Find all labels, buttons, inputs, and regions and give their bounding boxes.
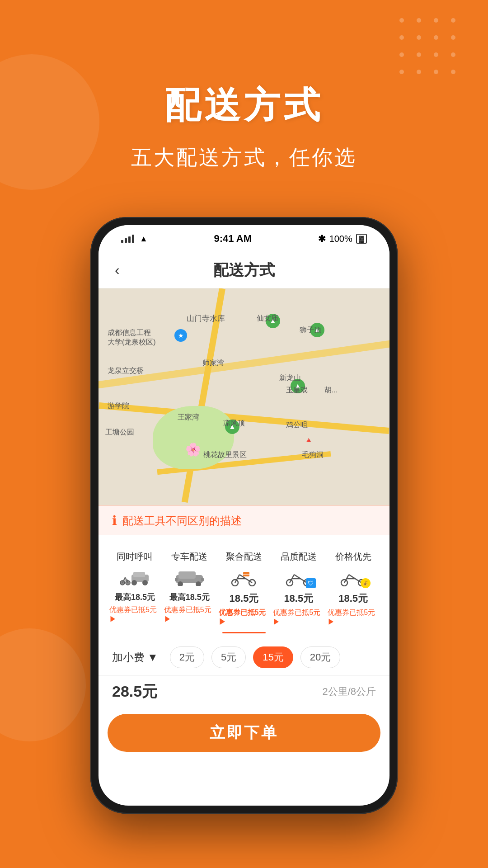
delivery-option-price[interactable]: 价格优先 💰 18.5元 优惠券已抵5元▶ (326, 546, 380, 632)
wifi-icon: ▲ (140, 234, 148, 244)
option-name-3: 聚合配送 (226, 551, 262, 563)
extra-fee-row: 加小费 ▼ 2元 5元 15元 20元 (99, 639, 389, 675)
status-time: 9:41 AM (214, 233, 252, 245)
distance-info: 2公里/8公斤 (322, 685, 376, 698)
back-button[interactable]: ‹ (115, 262, 120, 278)
header-section: 配送方式 五大配送方式，任你选 (0, 81, 488, 172)
map-label-8: 玉皇戏 (286, 386, 308, 395)
warning-banner: ℹ 配送工具不同区别的描述 (99, 505, 389, 535)
phone-screen: ▲ 9:41 AM ✱ 100% ▓ ‹ 配送方式 (99, 225, 389, 806)
map-label-16: 胡... (324, 386, 338, 395)
option-coupon-3: 优惠券已抵5元▶ (219, 608, 270, 627)
status-left: ▲ (121, 234, 148, 244)
map-label-1: 山门寺水库 (187, 313, 225, 324)
option-name-5: 价格优先 (335, 551, 371, 563)
delivery-option-exclusive[interactable]: 专车配送 最高18.5元 优惠券已抵5元▶ (162, 546, 217, 632)
map-label-5: 狮子顶 (300, 326, 321, 335)
page-main-title: 配送方式 (0, 81, 488, 130)
delivery-option-simultaneous[interactable]: 同时呼叫 (108, 546, 162, 632)
option-icon-3 (226, 566, 262, 589)
phone-mockup: ▲ 9:41 AM ✱ 100% ▓ ‹ 配送方式 (90, 217, 398, 814)
shield-badge-icon: 🛡 (306, 578, 316, 588)
status-bar: ▲ 9:41 AM ✱ 100% ▓ (99, 225, 389, 252)
map-label-9: 游学院 (108, 401, 129, 411)
fee-options: 2元 5元 15元 20元 (170, 646, 340, 668)
option-icon-2 (171, 566, 207, 589)
bg-decoration-dots (399, 18, 461, 80)
svg-rect-10 (178, 571, 196, 579)
map-label-3: 龙泉立交桥 (108, 366, 144, 376)
map-label-6: 师家湾 (202, 359, 224, 368)
warning-icon: ℹ (112, 513, 117, 528)
option-coupon-1: 优惠券已抵5元▶ (109, 605, 160, 624)
map-label-17: 🔺 (304, 436, 313, 444)
option-price-5: 18.5元 (338, 592, 368, 605)
fee-dropdown-icon[interactable]: ▼ (147, 651, 158, 664)
signal-icon (121, 235, 134, 243)
nav-title: 配送方式 (213, 260, 275, 281)
fee-label-text: 加小费 (112, 650, 145, 665)
option-icon-5: 💰 (335, 566, 371, 589)
option-name-1: 同时呼叫 (117, 551, 153, 563)
coin-badge-icon: 💰 (361, 578, 371, 588)
option-price-1: 最高18.5元 (115, 592, 155, 603)
bg-decoration-circle-bottom (0, 628, 86, 741)
map-area: ▲ ▲ ▲ ▲ ★ 🌸 山门寺水库 成都信息工程大学(龙泉校区) 龙泉立交桥 仙… (99, 288, 389, 505)
map-label-14: 桃花故里景区 (203, 450, 247, 460)
map-label-11: 工塘公园 (105, 428, 134, 437)
option-price-4: 18.5元 (284, 592, 313, 605)
map-label-2: 成都信息工程大学(龙泉校区) (108, 328, 156, 347)
svg-point-2 (131, 580, 137, 585)
map-marker-5: ★ (174, 329, 187, 342)
option-coupon-5: 优惠券已抵5元▶ (328, 608, 379, 627)
svg-rect-14 (201, 578, 204, 581)
nav-bar: ‹ 配送方式 (99, 252, 389, 288)
extra-fee-label: 加小费 ▼ (112, 650, 158, 665)
option-coupon-4: 优惠券已抵5元▶ (273, 608, 324, 627)
option-name-2: 专车配送 (171, 551, 207, 563)
option-coupon-2: 优惠券已抵5元▶ (164, 605, 215, 624)
active-underline (222, 632, 266, 633)
option-name-4: 品质配送 (281, 551, 317, 563)
fee-chip-2[interactable]: 2元 (170, 646, 204, 668)
price-row: 28.5元 2公里/8公斤 (99, 675, 389, 708)
bluetooth-icon: ✱ (318, 233, 326, 244)
map-label-7: 新龙山 (279, 373, 301, 383)
option-icon-1 (117, 566, 153, 589)
delivery-options-row: 同时呼叫 (99, 535, 389, 639)
option-icon-4: 🛡 (281, 566, 317, 589)
delivery-option-combined[interactable]: 聚合配送 18.5元 优惠券已抵5元▶ (217, 546, 272, 632)
option-price-3: 18.5元 (230, 592, 259, 605)
order-button[interactable]: 立即下单 (108, 714, 380, 752)
map-label-4: 仙女庙 (257, 314, 278, 323)
fee-chip-5[interactable]: 5元 (211, 646, 246, 668)
svg-rect-1 (133, 572, 145, 577)
status-right: ✱ 100% ▓ (318, 233, 367, 244)
total-price: 28.5元 (112, 681, 157, 702)
map-road-3 (99, 402, 389, 434)
svg-point-3 (142, 580, 148, 585)
map-label-12: 凉风顶 (223, 419, 245, 428)
battery-icon: ▓ (356, 234, 367, 244)
fee-chip-15[interactable]: 15元 (253, 646, 293, 668)
flower-marker: 🌸 (185, 442, 201, 457)
warning-text: 配送工具不同区别的描述 (122, 514, 242, 528)
map-label-10: 王家湾 (178, 413, 199, 422)
phone-outer-frame: ▲ 9:41 AM ✱ 100% ▓ ‹ 配送方式 (90, 217, 398, 814)
page-sub-title: 五大配送方式，任你选 (0, 144, 488, 172)
map-label-15: 毛狗洞 (302, 450, 324, 460)
option-price-2: 最高18.5元 (169, 592, 210, 603)
fee-chip-20[interactable]: 20元 (300, 646, 340, 668)
map-label-13: 鸡公咀 (286, 420, 308, 430)
svg-rect-13 (175, 578, 178, 581)
delivery-option-quality[interactable]: 品质配送 🛡 18.5元 优惠券已抵5元▶ (271, 546, 326, 632)
battery-text: 100% (329, 234, 352, 244)
